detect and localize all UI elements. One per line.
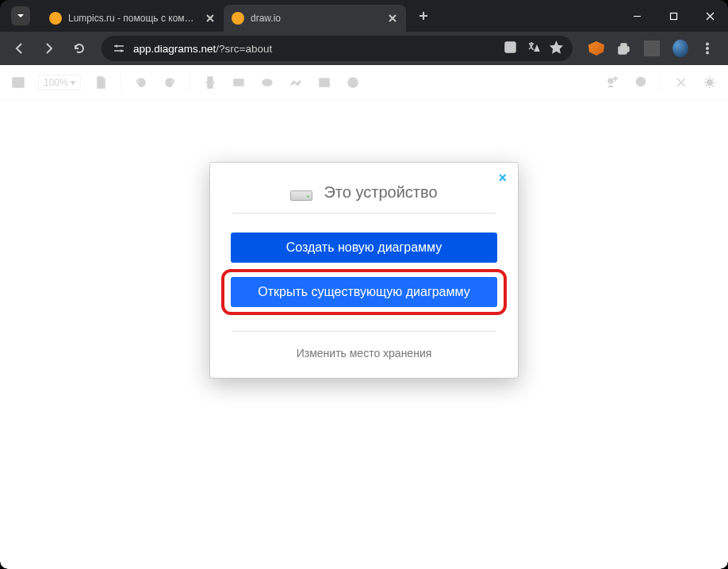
address-bar-actions — [504, 40, 563, 56]
close-tab-button[interactable] — [387, 13, 398, 24]
metamask-extension-icon[interactable] — [588, 40, 604, 56]
table-icon[interactable] — [316, 74, 333, 91]
forward-button[interactable] — [36, 36, 62, 61]
new-page-icon[interactable] — [92, 74, 109, 91]
theme-icon[interactable] — [701, 74, 718, 91]
install-app-icon[interactable] — [504, 40, 517, 56]
open-diagram-button[interactable]: Открыть существующую диаграмму — [231, 277, 497, 307]
minimize-button[interactable] — [619, 0, 655, 32]
extensions-puzzle-icon[interactable] — [615, 40, 631, 56]
undo-icon[interactable] — [132, 74, 150, 91]
svg-point-15 — [638, 81, 639, 82]
drawio-toolbar: 100% ▾ — [0, 65, 728, 100]
modal-title: Это устройство — [324, 183, 437, 202]
browser-toolbar: app.diagrams.net/?src=about — [0, 32, 728, 65]
plus-icon[interactable] — [344, 74, 362, 91]
highlight-open-button: Открыть существующую диаграмму — [221, 269, 507, 315]
storage-modal: × Это устройство Создать новую диаграмму… — [209, 162, 519, 379]
tab-drawio[interactable]: draw.io — [224, 5, 406, 32]
tab-search-button[interactable] — [11, 6, 30, 25]
site-settings-icon[interactable] — [111, 40, 127, 56]
freehand-icon[interactable] — [287, 74, 305, 91]
url-text: app.diagrams.net/?src=about — [133, 43, 497, 55]
svg-point-6 — [706, 52, 708, 54]
browser-titlebar: Lumpics.ru - помощь с компью draw.io — [0, 0, 728, 32]
svg-point-12 — [348, 78, 358, 87]
new-tab-button[interactable] — [412, 5, 435, 27]
close-tab-button[interactable] — [205, 13, 216, 24]
tab-lumpics[interactable]: Lumpics.ru - помощь с компью — [41, 5, 224, 32]
favicon-icon — [49, 12, 62, 25]
svg-point-4 — [706, 43, 708, 45]
svg-point-18 — [707, 79, 713, 85]
modal-buttons: Создать новую диаграмму Открыть существу… — [232, 233, 496, 310]
svg-rect-9 — [234, 79, 243, 86]
tab-title: draw.io — [251, 13, 381, 24]
comment-icon[interactable] — [632, 74, 649, 91]
svg-rect-0 — [670, 13, 676, 19]
share-icon[interactable] — [603, 74, 621, 91]
bookmark-icon[interactable] — [550, 40, 563, 56]
svg-point-17 — [642, 81, 643, 82]
extension-icons — [582, 40, 722, 56]
modal-header: Это устройство — [232, 177, 496, 213]
create-diagram-button[interactable]: Создать новую диаграмму — [231, 233, 497, 263]
modal-footer: Изменить место хранения — [232, 331, 496, 360]
modal-backdrop: × Это устройство Создать новую диаграмму… — [0, 100, 728, 569]
svg-point-10 — [262, 79, 272, 86]
maximize-button[interactable] — [655, 0, 692, 32]
svg-point-14 — [637, 77, 646, 86]
profile-icon[interactable] — [672, 40, 688, 56]
redo-icon[interactable] — [161, 74, 178, 91]
tab-title: Lumpics.ru - помощь с компью — [68, 13, 198, 24]
change-storage-link[interactable]: Изменить место хранения — [297, 347, 432, 359]
edit-tools-icon[interactable] — [672, 74, 690, 91]
toolbar-divider — [644, 40, 660, 56]
svg-point-5 — [706, 47, 708, 49]
svg-point-16 — [640, 81, 641, 82]
address-bar[interactable]: app.diagrams.net/?src=about — [102, 36, 573, 61]
browser-window: Lumpics.ru - помощь с компью draw.io — [0, 0, 728, 569]
device-icon — [290, 185, 312, 201]
shape-vertical-icon[interactable] — [201, 74, 219, 91]
back-button[interactable] — [6, 36, 32, 61]
zoom-level[interactable]: 100% ▾ — [38, 75, 81, 90]
svg-rect-11 — [320, 79, 329, 87]
app-content: 100% ▾ × — [0, 65, 728, 569]
close-modal-button[interactable]: × — [498, 171, 507, 185]
browser-menu-button[interactable] — [699, 40, 715, 56]
favicon-icon — [232, 12, 244, 25]
close-window-button[interactable] — [692, 0, 728, 32]
window-controls — [619, 0, 728, 32]
shape-rect-icon[interactable] — [230, 74, 247, 91]
translate-icon[interactable] — [527, 40, 540, 56]
svg-point-13 — [608, 79, 613, 83]
canvas-area[interactable]: × Это устройство Создать новую диаграмму… — [0, 100, 728, 569]
shape-ellipse-icon[interactable] — [259, 74, 276, 91]
svg-rect-7 — [13, 78, 24, 87]
reload-button[interactable] — [67, 36, 92, 61]
sidebar-toggle-icon[interactable] — [10, 74, 27, 91]
browser-tabs: Lumpics.ru - помощь с компью draw.io — [41, 0, 435, 32]
svg-rect-8 — [208, 77, 213, 88]
